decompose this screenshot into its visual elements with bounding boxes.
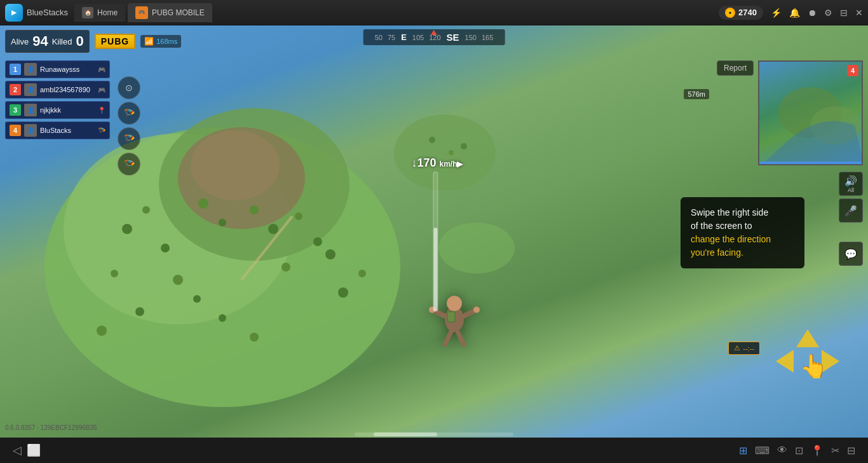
compass-50: 50 bbox=[372, 34, 385, 41]
pubg-badge: PUBG bbox=[95, 34, 135, 49]
apps-icon[interactable]: ⊞ bbox=[739, 445, 747, 457]
svg-line-40 bbox=[458, 331, 464, 345]
game-scrollbar[interactable] bbox=[355, 432, 513, 436]
svg-point-14 bbox=[313, 237, 322, 246]
svg-point-27 bbox=[438, 223, 515, 273]
logo-text: ▶ bbox=[11, 9, 17, 16]
compass-150: 150 bbox=[463, 34, 479, 41]
svg-rect-42 bbox=[448, 312, 454, 321]
settings-icon[interactable]: ⚙ bbox=[824, 8, 832, 18]
alive-count: 94 bbox=[32, 33, 48, 50]
svg-point-16 bbox=[193, 295, 201, 303]
parachute-btn-2[interactable]: 🪂 bbox=[118, 127, 140, 150]
member-num-3: 3 bbox=[10, 104, 21, 116]
svg-point-34 bbox=[447, 296, 462, 311]
hud-top: Alive 94 Killed 0 PUBG 📶 168ms 50 75 E 1… bbox=[0, 25, 868, 57]
bottom-bar: ◁ ⬜ ⊞ ⌨ 👁 ⊡ 📍 ✂ ⊟ bbox=[0, 438, 868, 463]
tab-home[interactable]: 🏠 Home bbox=[74, 4, 125, 22]
steering-wheel-btn[interactable]: ⊙ bbox=[118, 76, 140, 99]
alive-killed-box: Alive 94 Killed 0 bbox=[5, 30, 90, 53]
mic-icon: 🎤 bbox=[844, 205, 857, 217]
member-name-2: ambl234567890 bbox=[40, 86, 95, 93]
tab-pubg[interactable]: 🎮 PUBG MOBILE bbox=[128, 3, 212, 22]
arrow-up bbox=[796, 329, 819, 347]
svg-point-25 bbox=[358, 270, 366, 277]
notification-icon[interactable]: 🔔 bbox=[789, 8, 800, 18]
mic-button[interactable]: 🎤 bbox=[839, 198, 863, 223]
speed-unit: km/h▶ bbox=[439, 160, 463, 169]
fullscreen-icon[interactable]: ⊡ bbox=[795, 445, 803, 457]
parachute-btn-3[interactable]: 🪂 bbox=[118, 153, 140, 176]
version-info: 0.6.0.8357 · 129EBCF12996B35 bbox=[5, 421, 97, 432]
report-button[interactable]: Report bbox=[717, 60, 754, 76]
arrow-container: 👆 bbox=[776, 329, 839, 393]
member-num-4: 4 bbox=[10, 125, 21, 136]
team-list: 1 👤 Runawaysss 🎮 2 👤 ambl234567890 🎮 3 👤… bbox=[5, 60, 110, 139]
close-button[interactable]: ✕ bbox=[855, 8, 863, 18]
macro-icon[interactable]: ⚡ bbox=[771, 8, 782, 18]
bottom-left: ◁ ⬜ bbox=[13, 443, 41, 457]
hand-icon: 👆 bbox=[799, 353, 828, 380]
minimap: 4 bbox=[758, 60, 863, 165]
svg-point-12 bbox=[268, 224, 278, 234]
location-icon[interactable]: 📍 bbox=[811, 445, 824, 457]
record-icon[interactable]: ⏺ bbox=[808, 8, 817, 18]
audio-panel: 🔊 All 🎤 bbox=[839, 172, 863, 225]
pubg-tab-icon: 🎮 bbox=[135, 6, 148, 19]
member-icon-3: 📍 bbox=[98, 107, 105, 114]
distance-indicator: 576m bbox=[684, 89, 709, 99]
compass-105: 105 bbox=[410, 34, 426, 41]
titlebar-controls: ● 2740 ⚡ 🔔 ⏺ ⚙ ⊟ ✕ bbox=[719, 6, 863, 20]
parachute-btn[interactable]: 🪂 bbox=[118, 102, 140, 125]
version-text: 0.6.0.8357 · 129EBCF12996B35 bbox=[5, 424, 97, 431]
keyboard-icon[interactable]: ⌨ bbox=[755, 445, 770, 457]
restore-icon[interactable]: ⊟ bbox=[840, 8, 848, 18]
member-icon-4: 🪂 bbox=[98, 127, 105, 134]
tooltip-highlight: change the direction you're facing. bbox=[691, 233, 794, 259]
compass-75: 75 bbox=[385, 34, 398, 41]
team-member-1: 1 👤 Runawaysss 🎮 bbox=[5, 60, 110, 78]
member-num-1: 1 bbox=[10, 64, 21, 75]
distance-value: 576m bbox=[688, 90, 705, 98]
audio-label: All bbox=[848, 187, 854, 193]
svg-point-23 bbox=[250, 333, 259, 342]
svg-point-18 bbox=[325, 249, 336, 259]
svg-point-9 bbox=[198, 198, 208, 209]
cut-icon[interactable]: ✂ bbox=[831, 445, 839, 457]
camera-icon[interactable]: 👁 bbox=[777, 445, 787, 456]
killed-label: Killed bbox=[52, 37, 72, 46]
svg-point-13 bbox=[295, 212, 302, 220]
coins-display: ● 2740 bbox=[719, 6, 763, 20]
compass-se: SE bbox=[444, 32, 463, 43]
svg-point-11 bbox=[250, 205, 259, 214]
bluestacks-logo-area: ▶ BlueStacks bbox=[5, 4, 68, 22]
report-label: Report bbox=[724, 64, 747, 73]
warning-time: --:-- bbox=[743, 345, 754, 352]
member-num-2: 2 bbox=[10, 84, 21, 95]
chat-icon: 💬 bbox=[844, 248, 857, 260]
chat-button[interactable]: 💬 bbox=[839, 242, 863, 266]
minimize-icon[interactable]: ⊟ bbox=[847, 445, 855, 457]
home-button[interactable]: ⬜ bbox=[27, 443, 41, 457]
tooltip-line1: Swipe the right side of the screen to bbox=[691, 206, 794, 233]
game-area[interactable]: Alive 94 Killed 0 PUBG 📶 168ms 50 75 E 1… bbox=[0, 25, 868, 463]
member-avatar-4: 👤 bbox=[24, 124, 37, 137]
wifi-icon: 📶 bbox=[144, 37, 154, 46]
home-tab-label: Home bbox=[97, 8, 118, 17]
warning-icon: ⚠ bbox=[734, 344, 740, 352]
compass-arrow bbox=[431, 30, 437, 35]
killed-count: 0 bbox=[76, 33, 83, 50]
svg-point-10 bbox=[219, 219, 226, 226]
compass-e: E bbox=[398, 32, 410, 42]
speed-display: ↓170 km/h▶ bbox=[433, 172, 438, 312]
team-member-3: 3 👤 njkjkkk 📍 bbox=[5, 101, 110, 119]
bluestacks-logo: ▶ bbox=[5, 4, 23, 22]
coins-amount: 2740 bbox=[738, 8, 757, 17]
audio-button[interactable]: 🔊 All bbox=[839, 172, 863, 196]
direction-arrows: 👆 bbox=[776, 329, 839, 393]
svg-point-7 bbox=[142, 206, 150, 214]
back-button[interactable]: ◁ bbox=[13, 443, 22, 457]
member-avatar-1: 👤 bbox=[24, 63, 37, 76]
speaker-icon: 🔊 bbox=[844, 175, 857, 187]
svg-point-15 bbox=[173, 275, 183, 285]
